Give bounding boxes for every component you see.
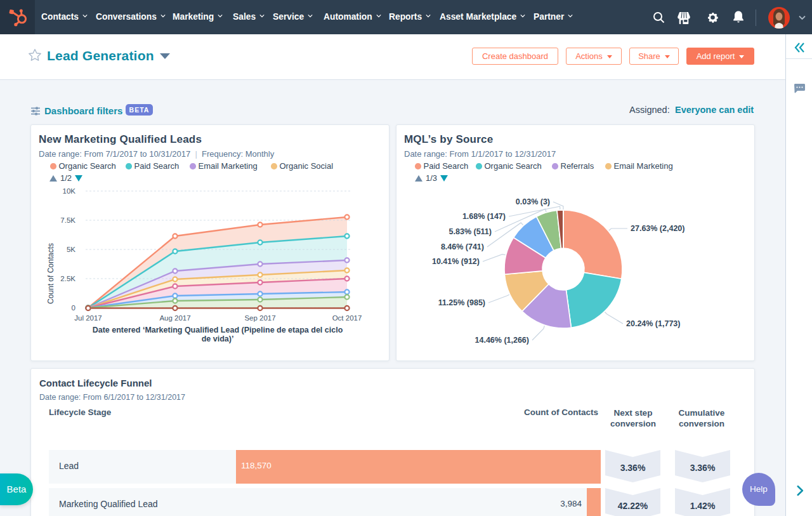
svg-text:Date entered ‘Marketing Qualif: Date entered ‘Marketing Qualified Lead (… xyxy=(93,326,343,334)
svg-text:Aug 2017: Aug 2017 xyxy=(159,314,190,322)
svg-text:5K: 5K xyxy=(67,246,75,253)
svg-text:Sep 2017: Sep 2017 xyxy=(244,314,275,322)
svg-text:Count of Contacts: Count of Contacts xyxy=(46,243,55,304)
svg-text:Oct 2017: Oct 2017 xyxy=(332,314,362,322)
svg-text:10K: 10K xyxy=(63,187,76,195)
svg-text:Jul 2017: Jul 2017 xyxy=(74,314,102,322)
svg-text:2.5K: 2.5K xyxy=(60,275,75,282)
svg-text:0: 0 xyxy=(72,304,75,312)
svg-text:de vida)’: de vida)’ xyxy=(202,334,234,343)
svg-text:7.5K: 7.5K xyxy=(60,216,75,224)
